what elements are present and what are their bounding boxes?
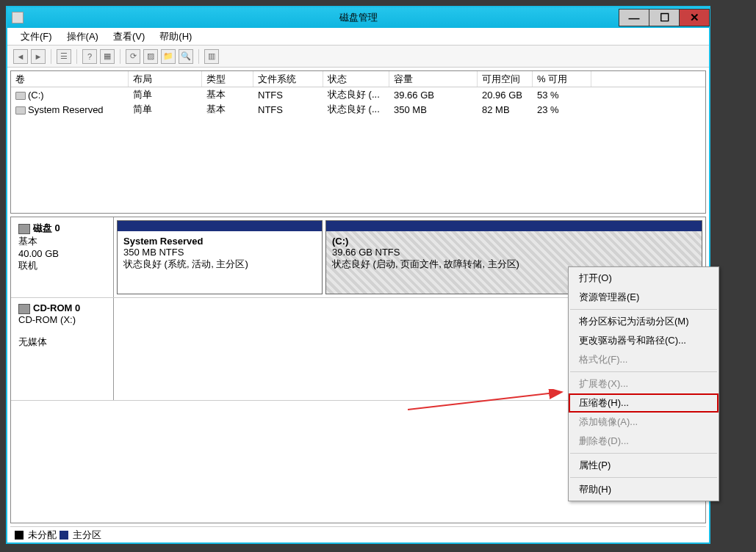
table-row[interactable]: System Reserved 简单 基本 NTFS 状态良好 (... 350… <box>11 102 705 117</box>
detach-icon[interactable]: 🔍 <box>179 49 193 64</box>
cell-pct: 23 % <box>533 104 591 116</box>
partition-header <box>326 221 702 231</box>
legend-primary: 主分区 <box>73 529 101 542</box>
menubar: 文件(F) 操作(A) 查看(V) 帮助(H) <box>7 28 709 46</box>
cell-free: 82 MB <box>478 104 533 116</box>
cm-extend[interactable]: 扩展卷(X)... <box>569 374 719 393</box>
partition-system-reserved[interactable]: System Reserved 350 MB NTFS 状态良好 (系统, 活动… <box>117 220 323 294</box>
forward-icon[interactable]: ► <box>31 49 46 64</box>
disk-label[interactable]: 磁盘 0 基本 40.00 GB 联机 <box>11 217 114 297</box>
col-capacity[interactable]: 容量 <box>389 71 478 87</box>
menu-view[interactable]: 查看(V) <box>106 29 152 45</box>
separator <box>51 49 51 64</box>
back-icon[interactable]: ◄ <box>13 49 28 64</box>
col-type[interactable]: 类型 <box>202 71 253 87</box>
separator <box>76 49 77 64</box>
legend: 未分配 主分区 <box>10 526 706 542</box>
settings-icon[interactable]: ▥ <box>204 49 219 64</box>
partition-status: 状态良好 (系统, 活动, 主分区) <box>123 258 316 271</box>
cell-status: 状态良好 (... <box>323 102 389 117</box>
cm-shrink[interactable]: 压缩卷(H)... <box>569 393 719 413</box>
cm-properties[interactable]: 属性(P) <box>569 456 719 475</box>
partition-header <box>118 221 322 231</box>
separator <box>570 477 717 478</box>
properties-icon[interactable]: ▦ <box>100 49 115 64</box>
cell-free: 20.96 GB <box>478 89 533 101</box>
legend-unallocated: 未分配 <box>28 529 57 542</box>
rescan-icon[interactable]: ▨ <box>143 49 158 64</box>
cell-layout: 简单 <box>129 102 202 117</box>
volume-icon <box>15 106 26 115</box>
cm-explorer[interactable]: 资源管理器(E) <box>569 288 719 307</box>
col-pctfree[interactable]: % 可用 <box>533 71 591 87</box>
cm-open[interactable]: 打开(O) <box>569 269 719 288</box>
col-status[interactable]: 状态 <box>323 71 389 87</box>
disk-name: 磁盘 0 <box>33 222 60 233</box>
cell-type: 基本 <box>202 102 253 117</box>
disk-state: 联机 <box>18 259 106 272</box>
disk-type: 基本 <box>18 235 106 248</box>
titlebar[interactable]: 磁盘管理 — ☐ ✕ <box>7 7 709 28</box>
toolbar: ◄ ► ☰ ? ▦ ⟳ ▨ 📁 🔍 ▥ <box>7 46 709 68</box>
separator <box>570 453 717 454</box>
partition-name: System Reserved <box>123 236 316 247</box>
context-menu: 打开(O) 资源管理器(E) 将分区标记为活动分区(M) 更改驱动器号和路径(C… <box>568 266 719 501</box>
cell-cap: 350 MB <box>389 104 478 116</box>
menu-help[interactable]: 帮助(H) <box>152 29 199 45</box>
disk-icon <box>18 224 30 234</box>
col-freespace[interactable]: 可用空间 <box>478 71 533 87</box>
cm-add-mirror[interactable]: 添加镜像(A)... <box>569 413 719 432</box>
legend-unallocated-icon <box>15 531 24 540</box>
app-icon <box>12 12 24 23</box>
attach-icon[interactable]: 📁 <box>161 49 176 64</box>
cell-layout: 简单 <box>129 87 202 102</box>
col-filesystem[interactable]: 文件系统 <box>253 71 323 87</box>
maximize-button[interactable]: ☐ <box>649 9 680 26</box>
volume-list[interactable]: 卷 布局 类型 文件系统 状态 容量 可用空间 % 可用 (C:) 简单 基本 … <box>10 70 706 214</box>
col-layout[interactable]: 布局 <box>129 71 202 87</box>
cell-status: 状态良好 (... <box>323 87 389 102</box>
window-title: 磁盘管理 <box>339 11 378 24</box>
cell-pct: 53 % <box>533 89 591 101</box>
separator <box>120 49 120 64</box>
help-icon[interactable]: ? <box>82 49 97 64</box>
cm-help[interactable]: 帮助(H) <box>569 480 719 499</box>
disk-name: CD-ROM 0 <box>33 302 80 313</box>
separator <box>570 371 717 372</box>
show-hide-icon[interactable]: ☰ <box>57 49 71 64</box>
menu-file[interactable]: 文件(F) <box>13 29 60 45</box>
refresh-icon[interactable]: ⟳ <box>126 49 140 64</box>
cdrom-state: 无媒体 <box>18 335 106 349</box>
cdrom-icon <box>18 304 30 314</box>
volume-icon <box>15 92 26 100</box>
cell-name: (C:) <box>28 90 44 101</box>
disk-size: 40.00 GB <box>18 248 106 259</box>
volume-list-header: 卷 布局 类型 文件系统 状态 容量 可用空间 % 可用 <box>11 71 705 87</box>
cm-change-letter[interactable]: 更改驱动器号和路径(C)... <box>569 331 719 350</box>
disk-label[interactable]: CD-ROM 0 CD-ROM (X:) 无媒体 <box>11 298 114 400</box>
partition-info: 350 MB NTFS <box>123 247 316 258</box>
separator <box>198 49 199 64</box>
cell-fs: NTFS <box>253 104 323 116</box>
table-row[interactable]: (C:) 简单 基本 NTFS 状态良好 (... 39.66 GB 20.96… <box>11 87 705 102</box>
cm-mark-active[interactable]: 将分区标记为活动分区(M) <box>569 312 719 331</box>
cdrom-drive: CD-ROM (X:) <box>18 314 106 325</box>
partition-name: (C:) <box>332 236 696 247</box>
cell-type: 基本 <box>202 87 253 102</box>
legend-primary-icon <box>60 531 68 540</box>
partition-info: 39.66 GB NTFS <box>332 247 696 258</box>
separator <box>570 309 717 310</box>
close-button[interactable]: ✕ <box>679 9 710 26</box>
menu-action[interactable]: 操作(A) <box>60 29 106 45</box>
cell-fs: NTFS <box>253 89 323 101</box>
col-volume[interactable]: 卷 <box>11 71 129 87</box>
cell-cap: 39.66 GB <box>389 89 478 101</box>
cell-name: System Reserved <box>28 104 104 115</box>
cm-delete[interactable]: 删除卷(D)... <box>569 432 719 451</box>
cm-format[interactable]: 格式化(F)... <box>569 350 719 369</box>
minimize-button[interactable]: — <box>619 9 649 26</box>
